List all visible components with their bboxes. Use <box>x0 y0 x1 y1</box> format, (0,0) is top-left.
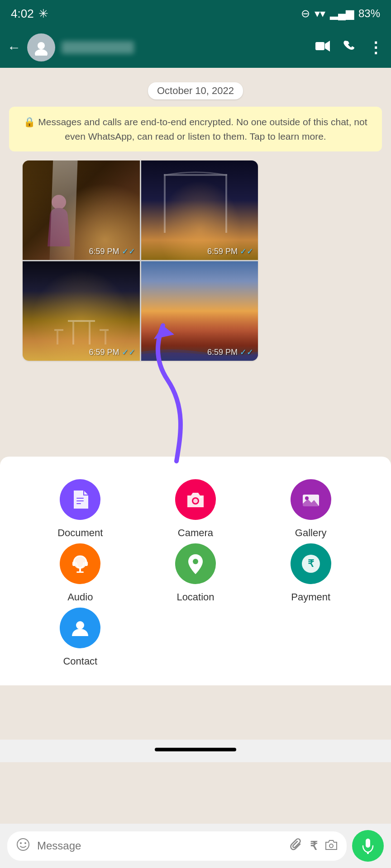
svg-rect-36 <box>366 839 370 848</box>
document-label: Document <box>57 527 103 539</box>
chat-header: ← ⋮ <box>0 27 391 68</box>
gallery-icon-circle <box>291 479 331 520</box>
svg-point-34 <box>24 842 26 844</box>
photo-2[interactable]: 6:59 PM ✓✓ <box>141 160 258 260</box>
contact-label: Contact <box>63 656 97 667</box>
check-marks-4: ✓✓ <box>240 347 253 357</box>
svg-rect-9 <box>72 322 74 344</box>
date-bubble: October 10, 2022 <box>9 82 382 99</box>
svg-rect-37 <box>367 852 369 854</box>
payment-icon-circle: ₹ <box>291 543 331 584</box>
check-marks-3: ✓✓ <box>122 347 135 357</box>
status-bar: 4:02 ✳ ⊖ ▾▾ ▂▄▆ 83% <box>0 0 391 27</box>
svg-rect-27 <box>85 561 88 566</box>
svg-rect-13 <box>100 329 109 331</box>
svg-rect-8 <box>68 320 95 322</box>
svg-rect-24 <box>79 568 81 571</box>
attachment-item-audio[interactable]: Audio <box>23 543 138 603</box>
back-button[interactable]: ← <box>7 40 21 55</box>
status-signal-bars: ▂▄▆ <box>330 7 354 20</box>
svg-rect-25 <box>76 571 84 573</box>
camera-label: Camera <box>178 527 213 539</box>
svg-point-31 <box>76 621 84 629</box>
phone-call-icon[interactable] <box>343 40 355 56</box>
encryption-notice[interactable]: 🔒 Messages and calls are end-to-end encr… <box>9 107 382 151</box>
attachment-item-payment[interactable]: ₹ Payment <box>253 543 368 603</box>
message-input-wrapper: ₹ <box>7 831 347 861</box>
video-call-icon[interactable] <box>315 40 330 55</box>
photo-3-timestamp: 6:59 PM ✓✓ <box>89 347 135 357</box>
check-marks-1: ✓✓ <box>122 246 135 256</box>
input-bar: ₹ <box>0 824 391 868</box>
photo-4-timestamp: 6:59 PM ✓✓ <box>207 347 253 357</box>
date-label: October 10, 2022 <box>148 82 243 99</box>
attachment-item-contact[interactable]: Contact <box>23 608 138 667</box>
attachment-grid: Document Camera <box>9 470 382 676</box>
status-signal-icon: ✳ <box>38 7 48 21</box>
svg-point-35 <box>329 844 333 848</box>
location-icon-circle <box>175 543 216 584</box>
svg-point-28 <box>193 559 198 564</box>
svg-rect-14 <box>105 331 106 344</box>
paperclip-icon[interactable] <box>290 838 303 854</box>
svg-rect-18 <box>76 503 81 504</box>
contact-avatar[interactable] <box>27 33 55 61</box>
attachment-item-camera[interactable]: Camera <box>138 479 253 539</box>
svg-marker-3 <box>325 41 330 52</box>
rupee-icon[interactable]: ₹ <box>310 839 318 853</box>
svg-point-32 <box>17 839 29 850</box>
audio-label: Audio <box>67 591 93 603</box>
svg-point-4 <box>52 195 66 209</box>
photo-grid-bubble[interactable]: 6:59 PM ✓✓ 6:59 PM ✓✓ <box>23 160 258 361</box>
payment-label: Payment <box>291 591 330 603</box>
chat-area: October 10, 2022 🔒 Messages and calls ar… <box>0 68 391 457</box>
nav-indicator <box>155 748 236 751</box>
emoji-button[interactable] <box>16 838 30 854</box>
camera-icon-circle <box>175 479 216 520</box>
contact-name-block <box>62 41 309 54</box>
status-bar-right: ⊖ ▾▾ ▂▄▆ 83% <box>301 7 380 20</box>
status-dnd-icon: ⊖ <box>301 7 310 20</box>
svg-rect-11 <box>54 329 63 331</box>
svg-rect-5 <box>164 174 166 233</box>
svg-point-21 <box>200 496 202 498</box>
status-time: 4:02 <box>11 7 34 21</box>
photo-4[interactable]: 6:59 PM ✓✓ <box>141 261 258 361</box>
more-options-icon[interactable]: ⋮ <box>368 38 384 57</box>
svg-point-1 <box>35 49 48 56</box>
svg-rect-17 <box>76 500 84 501</box>
audio-icon-circle <box>60 543 100 584</box>
attachment-item-gallery[interactable]: Gallery <box>253 479 368 539</box>
photo-2-timestamp: 6:59 PM ✓✓ <box>207 246 253 256</box>
nav-indicator-wrapper <box>0 740 391 762</box>
gallery-label: Gallery <box>295 527 327 539</box>
check-marks-2: ✓✓ <box>240 246 253 256</box>
photo-1[interactable]: 6:59 PM ✓✓ <box>23 160 140 260</box>
attachment-item-location[interactable]: Location <box>138 543 253 603</box>
svg-point-33 <box>20 842 22 844</box>
header-actions: ⋮ <box>315 38 384 57</box>
svg-rect-26 <box>72 561 76 566</box>
camera-small-icon[interactable] <box>325 838 338 854</box>
status-bar-left: 4:02 ✳ <box>11 7 48 21</box>
mic-button[interactable] <box>352 830 384 862</box>
location-label: Location <box>176 591 214 603</box>
photo-grid: 6:59 PM ✓✓ 6:59 PM ✓✓ <box>23 160 258 361</box>
svg-point-20 <box>193 499 198 503</box>
svg-rect-16 <box>76 498 84 499</box>
attachment-panel: Document Camera <box>0 457 391 685</box>
svg-rect-10 <box>89 322 91 344</box>
svg-text:₹: ₹ <box>308 558 315 569</box>
chat-wrapper: October 10, 2022 🔒 Messages and calls ar… <box>0 68 391 762</box>
contact-name-blurred <box>62 41 134 54</box>
status-wifi-icon: ▾▾ <box>315 7 325 20</box>
photo-3[interactable]: 6:59 PM ✓✓ <box>23 261 140 361</box>
contact-icon-circle <box>60 608 100 648</box>
svg-point-0 <box>38 42 45 49</box>
attachment-item-document[interactable]: Document <box>23 479 138 539</box>
message-input[interactable] <box>37 840 283 852</box>
document-icon-circle <box>60 479 100 520</box>
svg-rect-6 <box>225 174 227 233</box>
svg-rect-2 <box>315 42 324 50</box>
status-battery: 83% <box>358 7 380 20</box>
